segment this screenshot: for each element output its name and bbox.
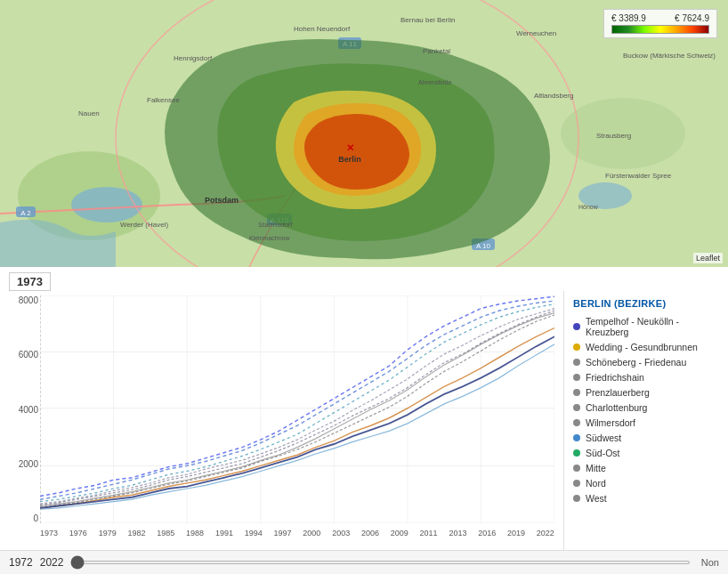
svg-text:Werneuchen: Werneuchen [516, 29, 556, 37]
x-label-2016: 2016 [478, 529, 496, 538]
svg-text:Bernau bei Berlin: Bernau bei Berlin [400, 16, 455, 24]
legend-item-label: Wedding - Gesundbrunnen [586, 342, 698, 352]
svg-text:Berlin: Berlin [338, 155, 361, 164]
legend-item: Wilmersdorf [573, 417, 719, 428]
legend-item: Friedrichshain [573, 372, 719, 383]
legend-dot [573, 359, 580, 366]
svg-text:Hohen Neuendorf: Hohen Neuendorf [294, 25, 351, 33]
x-label-1976: 1976 [69, 529, 87, 538]
legend-item: West [573, 493, 719, 504]
svg-text:Potsdam: Potsdam [205, 196, 239, 205]
legend-item: Tempelhof - Neukölln - Kreuzberg [573, 316, 719, 337]
svg-text:Ahrensfelde: Ahrensfelde [418, 79, 451, 85]
legend-item: Prenzlauerberg [573, 387, 719, 398]
legend-dot [573, 465, 580, 472]
x-label-2006: 2006 [361, 529, 379, 538]
leaflet-attribution: Leaflet [693, 253, 723, 263]
legend-item-label: Wilmersdorf [586, 417, 635, 428]
svg-text:Altlandsberg: Altlandsberg [534, 92, 573, 100]
map-container[interactable]: A 10 A 2 A 115 A 11 ✕ Berlin Potsdam Nau… [0, 0, 728, 267]
legend-items: Tempelhof - Neukölln - KreuzbergWedding … [573, 316, 719, 504]
y-label-8000: 8000 [4, 295, 38, 305]
svg-text:Strausberg: Strausberg [596, 132, 631, 140]
svg-text:Kleinmachnow: Kleinmachnow [249, 235, 290, 241]
chart-container: 8000 6000 4000 2000 0 [0, 291, 563, 550]
x-label-1973: 1973 [40, 529, 58, 538]
x-label-2000: 2000 [303, 529, 320, 538]
svg-point-4 [71, 187, 142, 222]
legend-panel: BERLIN (BEZIRKE) Tempelhof - Neukölln - … [563, 291, 728, 550]
x-label-2009: 2009 [391, 529, 408, 538]
legend-item: Wedding - Gesundbrunnen [573, 342, 719, 352]
svg-text:Nauen: Nauen [78, 109, 100, 117]
legend-item-label: Prenzlauerberg [586, 387, 650, 398]
year-badge: 1973 [9, 272, 51, 291]
legend-min: € 3389.9 [611, 13, 646, 23]
y-label-2000: 2000 [4, 459, 38, 469]
legend-item-label: Schöneberg - Friedenau [586, 357, 686, 368]
legend-item-label: Südwest [586, 433, 621, 443]
x-label-1982: 1982 [127, 529, 145, 538]
slider-start-year: 1972 [9, 556, 33, 569]
legend-item-label: Friedrichshain [586, 372, 644, 383]
chart-area: 8000 6000 4000 2000 0 [0, 291, 728, 550]
y-axis-labels: 8000 6000 4000 2000 0 [4, 295, 38, 523]
legend-gradient [611, 25, 709, 34]
legend-dot [573, 434, 580, 441]
x-label-1991: 1991 [215, 529, 233, 538]
x-label-2003: 2003 [332, 529, 350, 538]
legend-item-label: Charlottenburg [586, 402, 647, 413]
x-label-2013: 2013 [449, 529, 466, 538]
legend-item-label: Mitte [586, 463, 606, 473]
x-label-2011: 2011 [420, 529, 438, 538]
y-label-4000: 4000 [4, 405, 38, 415]
slider-section: 1972 2022 Non [0, 550, 728, 574]
svg-text:Hönow: Hönow [578, 204, 599, 210]
svg-text:A 10: A 10 [476, 242, 491, 250]
legend-item-label: Tempelhof - Neukölln - Kreuzberg [586, 316, 719, 337]
x-label-2019: 2019 [507, 529, 525, 538]
svg-text:Werder (Havel): Werder (Havel) [120, 221, 168, 229]
legend-item-label: Nord [586, 478, 606, 489]
legend-dot [573, 404, 580, 411]
legend-item: Schöneberg - Friedenau [573, 357, 719, 368]
x-label-1994: 1994 [245, 529, 263, 538]
legend-item: Nord [573, 478, 719, 489]
chart-section: 1973 8000 6000 4000 2000 0 [0, 267, 728, 574]
svg-text:Stahnsdorf: Stahnsdorf [258, 221, 293, 229]
svg-text:Panketal: Panketal [423, 47, 450, 55]
x-label-1988: 1988 [186, 529, 204, 538]
legend-item-label: Süd-Ost [586, 448, 620, 458]
legend-dot [573, 323, 580, 330]
svg-text:Fürstenwalder Spree: Fürstenwalder Spree [605, 172, 672, 180]
legend-item-label: West [586, 493, 607, 504]
svg-text:Falkensee: Falkensee [147, 96, 180, 104]
legend-item: Südwest [573, 433, 719, 443]
svg-text:A 2: A 2 [20, 209, 31, 217]
x-label-2022: 2022 [537, 529, 554, 538]
y-label-0: 0 [4, 513, 38, 523]
year-range-slider[interactable] [70, 561, 690, 564]
legend-dot [573, 389, 580, 396]
legend-item: Charlottenburg [573, 402, 719, 413]
legend-dot [573, 495, 580, 502]
legend-dot [573, 374, 580, 381]
x-label-1997: 1997 [274, 529, 292, 538]
legend-item: Süd-Ost [573, 448, 719, 458]
legend-dot [573, 449, 580, 457]
legend-max: € 7624.9 [675, 13, 709, 23]
x-label-1979: 1979 [99, 529, 117, 538]
legend-dot [573, 480, 580, 487]
slider-end-year: 2022 [40, 556, 64, 569]
legend-title: BERLIN (BEZIRKE) [573, 298, 719, 309]
svg-text:✕: ✕ [346, 142, 354, 153]
non-label: Non [701, 557, 719, 568]
legend-dot [573, 419, 580, 426]
line-chart [40, 295, 554, 523]
legend-item: Mitte [573, 463, 719, 473]
y-label-6000: 6000 [4, 350, 38, 360]
x-axis-labels: 1973 1976 1979 1982 1985 1988 1991 1994 … [40, 529, 554, 538]
svg-text:Hennigsdorf: Hennigsdorf [174, 54, 213, 62]
map-legend: € 3389.9 € 7624.9 [603, 9, 717, 38]
svg-text:Buckow (Märkische Schweiz): Buckow (Märkische Schweiz) [623, 52, 716, 60]
